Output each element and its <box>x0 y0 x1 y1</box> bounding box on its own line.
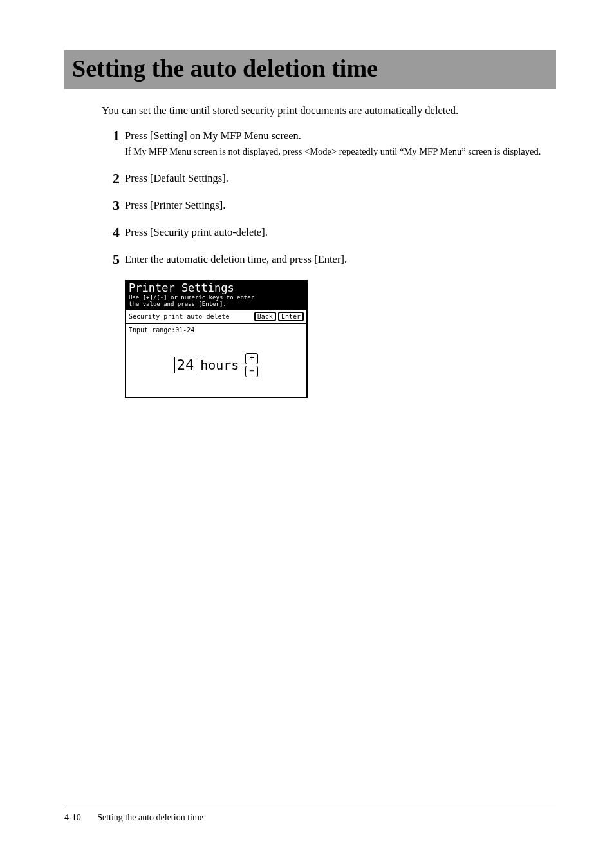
step-text: Press [Security print auto-delete]. <box>125 225 268 240</box>
step-subtext: If My MFP Menu screen is not displayed, … <box>125 146 541 158</box>
page: Setting the auto deletion time You can s… <box>0 0 614 868</box>
step-item: 4 Press [Security print auto-delete]. <box>102 225 556 240</box>
step-text: Press [Setting] on My MFP Menu screen. <box>125 129 541 143</box>
decrement-button[interactable]: − <box>245 366 258 377</box>
step-item: 1 Press [Setting] on My MFP Menu screen.… <box>102 129 556 158</box>
lcd-setting-label: Security print auto-delete <box>129 313 230 320</box>
lcd-value-area: 24 hours + − <box>126 334 306 397</box>
lcd-subtitle-line2: the value and press [Enter]. <box>129 301 304 307</box>
step-item: 3 Press [Printer Settings]. <box>102 198 556 212</box>
lcd-subtitle-line1: Use [+]/[-] or numeric keys to enter <box>129 294 304 301</box>
step-item: 5 Enter the automatic deletion time, and… <box>102 252 556 267</box>
step-list: 1 Press [Setting] on My MFP Menu screen.… <box>102 129 556 267</box>
step-number: 2 <box>102 171 120 185</box>
hours-value-input[interactable]: 24 <box>174 357 197 373</box>
step-number: 3 <box>102 198 120 212</box>
section-title-bar: Setting the auto deletion time <box>64 50 556 89</box>
lcd-setting-row: Security print auto-delete Back Enter <box>126 309 306 324</box>
printer-lcd-panel: Printer Settings Use [+]/[-] or numeric … <box>125 280 308 399</box>
lcd-title: Printer Settings <box>129 283 304 294</box>
step-text: Press [Default Settings]. <box>125 171 228 185</box>
step-body: Press [Setting] on My MFP Menu screen. I… <box>125 129 541 158</box>
step-item: 2 Press [Default Settings]. <box>102 171 556 185</box>
page-number: 4-10 <box>64 813 81 823</box>
intro-text: You can set the time until stored securi… <box>102 104 556 117</box>
lcd-input-range: Input range:01-24 <box>126 324 306 334</box>
step-number: 4 <box>102 225 120 240</box>
enter-button[interactable]: Enter <box>278 312 304 321</box>
step-text: Press [Printer Settings]. <box>125 198 225 212</box>
lcd-header: Printer Settings Use [+]/[-] or numeric … <box>126 281 306 310</box>
increment-button[interactable]: + <box>245 353 258 364</box>
back-button[interactable]: Back <box>254 312 276 321</box>
step-number: 5 <box>102 252 120 267</box>
page-footer: 4-10 Setting the auto deletion time <box>64 807 556 823</box>
section-title: Setting the auto deletion time <box>72 55 556 82</box>
hours-unit-label: hours <box>200 357 239 373</box>
step-number: 1 <box>102 129 120 143</box>
footer-title: Setting the auto deletion time <box>97 813 203 822</box>
step-text: Enter the automatic deletion time, and p… <box>125 252 347 267</box>
